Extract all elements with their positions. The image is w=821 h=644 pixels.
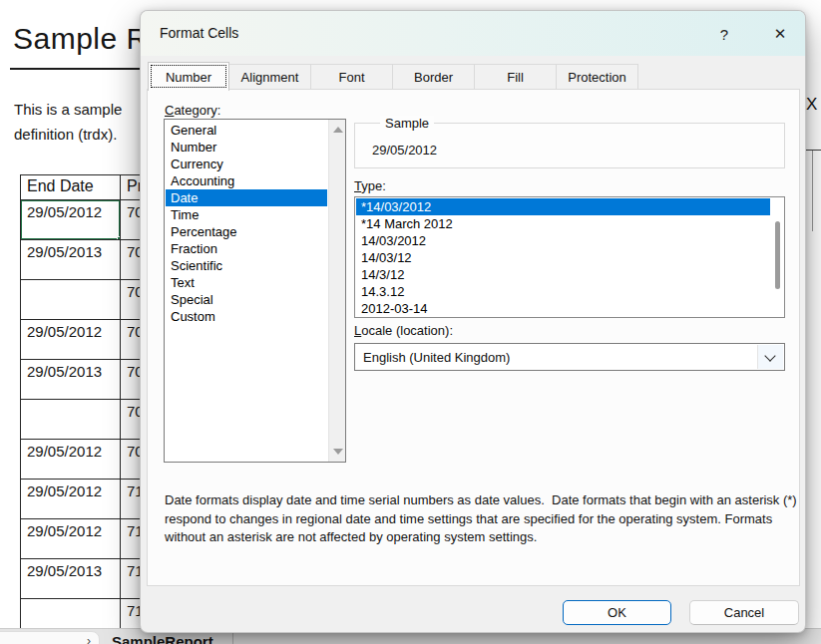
- locale-label: Locale (location):: [354, 323, 453, 338]
- sample-legend: Sample: [380, 116, 434, 131]
- dialog-titlebar: Format Cells ? ✕: [141, 11, 805, 56]
- tab-number[interactable]: Number: [148, 62, 229, 91]
- category-item-fraction[interactable]: Fraction: [166, 240, 327, 257]
- table-cell-date[interactable]: 29/05/2012: [21, 320, 121, 360]
- table-cell-date[interactable]: 29/05/2013: [21, 240, 121, 280]
- sheet-tab-samplereport[interactable]: SampleReport: [112, 633, 213, 644]
- table-cell-date[interactable]: 29/05/2012: [21, 519, 121, 559]
- tab-protection[interactable]: Protection: [557, 64, 638, 90]
- tab-alignment[interactable]: Alignment: [229, 64, 311, 90]
- sample-groupbox: Sample 29/05/2012: [354, 123, 785, 168]
- scroll-down-icon[interactable]: [333, 449, 343, 455]
- type-label-rest: ype:: [361, 178, 386, 193]
- type-listbox[interactable]: *14/03/2012*14 March 201214/03/201214/03…: [354, 196, 785, 318]
- locale-selected-value: English (United Kingdom): [363, 350, 510, 365]
- type-item[interactable]: *14 March 2012: [356, 215, 770, 232]
- number-tab-panel: Category: GeneralNumberCurrencyAccountin…: [147, 89, 800, 586]
- close-icon[interactable]: ✕: [765, 21, 795, 47]
- tab-font[interactable]: Font: [311, 64, 393, 90]
- type-item[interactable]: 14/03/12: [356, 249, 770, 266]
- category-listbox[interactable]: GeneralNumberCurrencyAccountingDateTimeP…: [164, 119, 346, 463]
- type-item[interactable]: 14/03/2012: [356, 232, 770, 249]
- tab-fill[interactable]: Fill: [475, 64, 557, 90]
- dialog-title: Format Cells: [160, 25, 238, 41]
- dialog-tabstrip: NumberAlignmentFontBorderFillProtection: [148, 61, 638, 90]
- table-cell-date[interactable]: 29/05/2012: [21, 480, 121, 519]
- table-cell-date[interactable]: [21, 280, 121, 320]
- category-items: GeneralNumberCurrencyAccountingDateTimeP…: [166, 122, 327, 325]
- format-description-text: Date formats display date and time seria…: [165, 491, 806, 547]
- category-label: Category:: [165, 103, 220, 118]
- category-item-special[interactable]: Special: [166, 291, 327, 308]
- sheet-nav-area[interactable]: ›: [0, 631, 100, 644]
- title-underline: [10, 68, 145, 70]
- locale-dropdown[interactable]: English (United Kingdom): [354, 343, 785, 371]
- table-header-cell: End Date: [21, 175, 121, 200]
- format-cells-dialog: Format Cells ? ✕ NumberAlignmentFontBord…: [140, 10, 806, 633]
- category-item-time[interactable]: Time: [166, 206, 327, 223]
- category-item-accounting[interactable]: Accounting: [166, 172, 327, 189]
- category-item-general[interactable]: General: [166, 122, 327, 139]
- category-item-custom[interactable]: Custom: [166, 308, 327, 325]
- type-item[interactable]: 14/3/12: [356, 266, 770, 283]
- report-table: End DatePr 29/05/20127029/05/2013707029/…: [20, 174, 160, 629]
- ok-button[interactable]: OK: [563, 600, 671, 625]
- chevron-down-icon: [764, 350, 775, 361]
- category-label-accel: C: [165, 103, 174, 118]
- category-item-text[interactable]: Text: [166, 274, 327, 291]
- active-cell-border: [21, 200, 121, 240]
- table-cell-date[interactable]: 29/05/2013: [21, 559, 121, 599]
- category-label-rest: ategory:: [174, 103, 220, 118]
- table-cell-date[interactable]: 29/05/2013: [21, 360, 121, 400]
- locale-label-rest: ocale (location):: [361, 323, 453, 338]
- sample-value: 29/05/2012: [372, 143, 437, 158]
- category-item-currency[interactable]: Currency: [166, 156, 327, 172]
- category-item-percentage[interactable]: Percentage: [166, 223, 327, 240]
- clipped-text-fragment: X: [806, 95, 817, 115]
- scroll-up-icon[interactable]: [333, 127, 343, 133]
- table-cell-date[interactable]: [21, 400, 121, 440]
- tab-border[interactable]: Border: [393, 64, 475, 90]
- category-item-date[interactable]: Date: [166, 189, 327, 206]
- category-item-scientific[interactable]: Scientific: [166, 257, 327, 274]
- type-label: Type:: [354, 178, 386, 193]
- cancel-button[interactable]: Cancel: [689, 600, 799, 625]
- clipped-column-border-fragment: [812, 151, 813, 231]
- table-cell-date[interactable]: 29/05/2012: [21, 440, 121, 480]
- table-cell-date[interactable]: [21, 599, 121, 629]
- intro-text-line2: definition (trdx).: [14, 126, 117, 143]
- category-item-number[interactable]: Number: [166, 139, 327, 156]
- type-item[interactable]: 2012-03-14: [356, 300, 770, 317]
- clipped-rule-fragment: [806, 150, 821, 151]
- help-icon[interactable]: ?: [712, 22, 736, 46]
- sheet-nav-arrow-icon[interactable]: ›: [87, 634, 91, 644]
- scrollbar-thumb[interactable]: [775, 221, 780, 289]
- locale-dropdown-button[interactable]: [757, 345, 783, 369]
- intro-text-line1: This is a sample: [14, 101, 122, 118]
- type-items: *14/03/2012*14 March 201214/03/201214/03…: [356, 198, 770, 317]
- type-item[interactable]: 14.3.12: [356, 283, 770, 300]
- page-title: Sample R: [13, 22, 149, 56]
- type-item[interactable]: *14/03/2012: [356, 198, 770, 215]
- category-scrollbar[interactable]: [328, 120, 345, 462]
- table-cell-date[interactable]: 29/05/2012: [21, 200, 121, 240]
